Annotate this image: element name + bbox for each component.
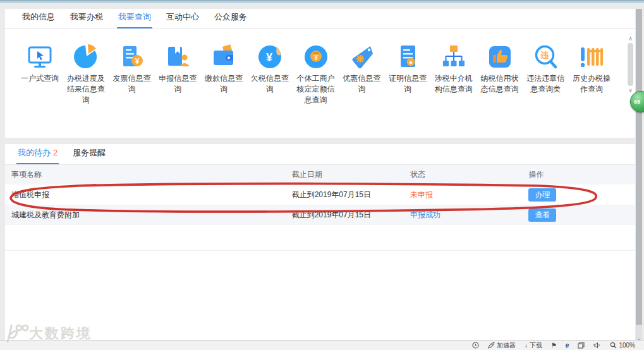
icon-panel-scrollbar[interactable]: ∧ ∨: [626, 35, 635, 94]
query-item-invoice[interactable]: ¥ 发票信息查询: [111, 40, 153, 95]
thumbs-up-icon: [479, 40, 521, 73]
scroll-down-icon[interactable]: ∨: [628, 87, 633, 94]
ie-icon[interactable]: e: [566, 342, 569, 349]
item-name: 城建税及教育费附加: [5, 210, 292, 220]
query-item-payment[interactable]: 缴款信息查询: [203, 40, 245, 95]
status-badge: 未申报: [410, 190, 528, 200]
download-button[interactable]: ↓ 下载: [525, 341, 542, 350]
yuan-circle-icon: ¥: [249, 40, 291, 73]
query-item-tax-arrears[interactable]: ¥ 欠税信息查询: [249, 40, 291, 95]
query-item-declaration[interactable]: 申报信息查询: [157, 40, 198, 95]
query-item-label: 办税进度及结果信息查询: [65, 73, 107, 106]
query-item-label: 证明信息查询: [387, 73, 428, 95]
query-item-preferential[interactable]: 优惠信息查询: [341, 40, 382, 95]
query-item-label: 纳税信用状态信息查询: [479, 73, 521, 95]
speaker-icon[interactable]: [593, 342, 601, 349]
query-item-label: 违法违章信息查询类: [525, 73, 566, 95]
query-item-label: 申报信息查询: [157, 73, 198, 95]
query-item-label: 缴款信息查询: [203, 73, 245, 95]
magnifier-icon: [610, 342, 617, 349]
table-row-vat: 增值税申报 截止到2019年07月15日 未申报 办理: [5, 184, 635, 205]
header-status: 状态: [410, 169, 528, 180]
tab-public-service[interactable]: 公众服务: [213, 11, 248, 28]
svg-text:¥: ¥: [135, 57, 139, 66]
query-item-credit-status[interactable]: 纳税信用状态信息查询: [479, 40, 521, 95]
zoom-level-label: 100%: [619, 342, 635, 349]
view-button[interactable]: 查看: [528, 208, 556, 222]
query-item-intermediary[interactable]: 涉税中介机构信息查询: [433, 40, 475, 95]
query-item-label: 一户式查询: [19, 73, 61, 84]
book-person-icon: [157, 40, 198, 73]
header-action: 操作: [528, 169, 635, 180]
discount-tag-icon: [341, 40, 382, 73]
query-item-household[interactable]: 一户式查询: [19, 40, 61, 84]
todo-tabs: 我的待办2 服务提醒: [5, 144, 635, 165]
accelerator-button[interactable]: 加速器: [488, 341, 516, 350]
browser-statusbar: 加速器 ↓ 下载 ⚑ e 100%: [0, 340, 644, 350]
item-deadline: 截止到2019年07月15日: [292, 210, 410, 220]
history-fence-icon: [571, 40, 612, 73]
coin-slot-icon: ¥: [295, 40, 337, 73]
query-item-label: 欠税信息查询: [249, 73, 291, 95]
query-item-history[interactable]: 历史办税操作查询: [571, 40, 612, 95]
zoom-control[interactable]: 100%: [610, 342, 635, 349]
page-scrollbar[interactable]: ∨: [636, 9, 642, 344]
query-icon-grid: 一户式查询 办税进度及结果信息查询 ¥: [5, 29, 635, 106]
tab-my-info[interactable]: 我的信息: [21, 11, 56, 28]
svg-text:¥: ¥: [266, 51, 272, 64]
handle-button[interactable]: 办理: [528, 188, 556, 202]
query-item-label: 涉税中介机构信息查询: [433, 73, 475, 95]
query-item-label: 历史办税操作查询: [571, 73, 612, 95]
svg-text:¥: ¥: [314, 54, 318, 61]
browser-top-strip: [0, 1, 644, 3]
query-item-progress[interactable]: 办税进度及结果信息查询: [65, 40, 107, 106]
main-nav-tabs: 我的信息 我要办税 我要查询 互动中心 公众服务: [5, 9, 635, 29]
empty-row: [5, 225, 635, 251]
floating-badge-text: 68: [634, 99, 640, 105]
header-item-name: 事项名称: [5, 169, 292, 180]
violation-search-icon: 违: [525, 40, 566, 73]
invoice-coin-icon: ¥: [111, 40, 153, 73]
query-panel: 我的信息 我要办税 我要查询 互动中心 公众服务 一户式查询: [5, 9, 635, 138]
todo-table-header: 事项名称 截止日期 状态 操作: [5, 165, 635, 184]
download-label: 下载: [530, 341, 542, 350]
table-row-surtax: 城建税及教育费附加 截止到2019年07月15日 申报成功 查看: [5, 205, 635, 225]
todo-panel: 我的待办2 服务提醒 事项名称 截止日期 状态 操作 增值税申报 截止到2019…: [5, 144, 635, 344]
tab-my-todo[interactable]: 我的待办2: [16, 147, 59, 164]
tab-tax-handling[interactable]: 我要办税: [69, 11, 104, 28]
svg-text:★: ★: [408, 59, 413, 66]
wallet-icon: [203, 40, 245, 73]
query-item-label: 发票信息查询: [111, 73, 153, 95]
item-name: 增值税申报: [5, 190, 292, 200]
accelerator-label: 加速器: [497, 341, 516, 350]
query-item-quota[interactable]: ¥ 个体工商户核定定额信息查询: [295, 40, 337, 106]
svg-text:违: 违: [540, 51, 550, 60]
pie-chart-icon: [65, 40, 107, 73]
tab-service-reminder[interactable]: 服务提醒: [71, 147, 107, 164]
query-item-label: 个体工商户核定定额信息查询: [295, 73, 337, 106]
todo-count-badge: 2: [53, 148, 58, 157]
flag-icon[interactable]: ⚑: [551, 342, 557, 349]
download-icon: ↓: [525, 342, 528, 349]
status-badge: 申报成功: [410, 210, 528, 220]
restore-icon[interactable]: [472, 342, 479, 349]
header-deadline: 截止日期: [292, 169, 410, 180]
page-scrollbar-thumb[interactable]: [636, 9, 642, 325]
query-item-label: 优惠信息查询: [341, 73, 382, 95]
scroll-up-icon[interactable]: ∧: [628, 35, 633, 42]
window-layers-icon[interactable]: [578, 342, 585, 349]
item-deadline: 截止到2019年07月15日: [292, 190, 410, 200]
monitor-cursor-icon: [19, 40, 61, 73]
query-item-violation[interactable]: 违 违法违章信息查询类: [525, 40, 566, 95]
query-item-certificate[interactable]: ★ 证明信息查询: [387, 40, 428, 95]
scrollbar-thumb[interactable]: [628, 43, 633, 86]
tab-interaction-center[interactable]: 互动中心: [165, 11, 200, 28]
org-chart-icon: [433, 40, 475, 73]
certificate-icon: ★: [387, 40, 428, 73]
tab-query[interactable]: 我要查询: [117, 11, 152, 28]
tab-my-todo-label: 我的待办: [18, 148, 51, 157]
